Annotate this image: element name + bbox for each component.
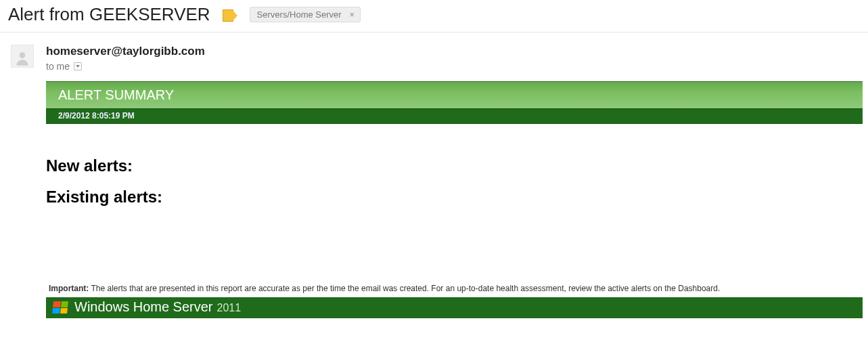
brand-year: 2011 bbox=[217, 302, 242, 314]
email-view: Alert from GEEKSERVER Servers/Home Serve… bbox=[0, 0, 868, 318]
sender-avatar[interactable] bbox=[11, 45, 34, 68]
new-alerts-heading: New alerts: bbox=[46, 156, 863, 175]
svg-point-0 bbox=[20, 52, 26, 58]
recipient-text: to me bbox=[46, 61, 70, 72]
message-block: homeserver@taylorgibb.com to me ALERT SU… bbox=[0, 33, 868, 318]
brand-bar: Windows Home Server 2011 bbox=[46, 297, 863, 318]
message-right: homeserver@taylorgibb.com to me ALERT SU… bbox=[46, 45, 868, 318]
brand-name: Windows Home Server bbox=[74, 299, 213, 315]
alert-timestamp-bar: 2/9/2012 8:05:19 PM bbox=[46, 108, 863, 124]
details-dropdown-icon[interactable] bbox=[74, 62, 82, 70]
label-icon[interactable] bbox=[223, 9, 237, 20]
email-header: Alert from GEEKSERVER Servers/Home Serve… bbox=[0, 0, 868, 33]
existing-alerts-heading: Existing alerts: bbox=[46, 188, 863, 207]
windows-logo-icon bbox=[52, 301, 68, 313]
email-footer: Important: The alerts that are presented… bbox=[46, 282, 863, 318]
alert-summary-bar: ALERT SUMMARY bbox=[46, 81, 863, 108]
disclaimer-bold: Important: bbox=[49, 284, 89, 293]
sender-address: homeserver@taylorgibb.com bbox=[46, 45, 868, 58]
label-remove-icon[interactable]: × bbox=[348, 10, 357, 19]
email-body: ALERT SUMMARY 2/9/2012 8:05:19 PM New al… bbox=[46, 81, 868, 318]
label-chip-text: Servers/Home Server bbox=[257, 9, 342, 20]
alert-content: New alerts: Existing alerts: bbox=[46, 124, 863, 280]
email-subject: Alert from GEEKSERVER bbox=[8, 4, 210, 25]
disclaimer-text: Important: The alerts that are presented… bbox=[46, 282, 863, 297]
disclaimer-body: The alerts that are presented in this re… bbox=[89, 284, 720, 293]
person-icon bbox=[14, 49, 31, 67]
label-chip[interactable]: Servers/Home Server × bbox=[250, 7, 361, 22]
brand-text: Windows Home Server 2011 bbox=[74, 299, 241, 315]
recipient-line: to me bbox=[46, 61, 868, 72]
